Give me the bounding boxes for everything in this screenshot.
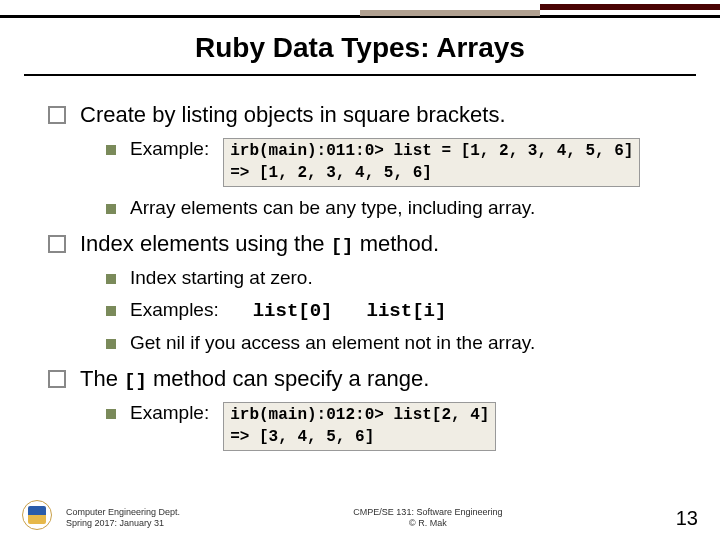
code-inline: list[i] <box>367 300 447 322</box>
square-bullet-icon <box>48 235 66 253</box>
sub-label: Example: <box>130 402 209 423</box>
bullet-prefix: Index elements using the <box>80 231 331 256</box>
sub-text: Get nil if you access an element not in … <box>130 332 535 354</box>
small-square-icon <box>106 145 116 155</box>
small-square-icon <box>106 409 116 419</box>
small-square-icon <box>106 339 116 349</box>
square-bullet-icon <box>48 370 66 388</box>
sub-examples: Examples:list[0]list[i] <box>106 299 690 322</box>
sub-any-type: Array elements can be any type, includin… <box>106 197 690 219</box>
sub-text: Array elements can be any type, includin… <box>130 197 535 219</box>
sub-example: Example:irb(main):011:0> list = [1, 2, 3… <box>106 138 690 187</box>
footer-copyright: © R. Mak <box>180 518 676 530</box>
footer-dept: Computer Engineering Dept. <box>66 507 180 519</box>
sub-label: Example: <box>130 138 209 159</box>
bullet-index: Index elements using the [] method. <box>48 231 690 257</box>
footer-left: Computer Engineering Dept. Spring 2017: … <box>66 507 180 530</box>
decorative-topbar <box>0 0 720 18</box>
bullet-suffix: method. <box>354 231 440 256</box>
slide-footer: Computer Engineering Dept. Spring 2017: … <box>0 500 720 530</box>
bullet-suffix: method can specify a range. <box>147 366 430 391</box>
square-bullet-icon <box>48 106 66 124</box>
code-inline: [] <box>331 235 354 257</box>
university-logo-icon <box>22 500 52 530</box>
sub-label: Examples: <box>130 299 219 320</box>
bullet-prefix: The <box>80 366 124 391</box>
code-box: irb(main):012:0> list[2, 4] => [3, 4, 5,… <box>223 402 496 451</box>
sub-text: Index starting at zero. <box>130 267 313 289</box>
sub-zero: Index starting at zero. <box>106 267 690 289</box>
bullet-text: Create by listing objects in square brac… <box>80 102 506 128</box>
code-box: irb(main):011:0> list = [1, 2, 3, 4, 5, … <box>223 138 640 187</box>
small-square-icon <box>106 274 116 284</box>
code-inline: [] <box>124 370 147 392</box>
sub-nil: Get nil if you access an element not in … <box>106 332 690 354</box>
footer-course: CMPE/SE 131: Software Engineering <box>180 507 676 519</box>
small-square-icon <box>106 204 116 214</box>
small-square-icon <box>106 306 116 316</box>
footer-center: CMPE/SE 131: Software Engineering © R. M… <box>180 507 676 530</box>
slide-content: Create by listing objects in square brac… <box>0 76 720 451</box>
page-number: 13 <box>676 507 698 530</box>
sub-example-range: Example:irb(main):012:0> list[2, 4] => [… <box>106 402 690 451</box>
bullet-range: The [] method can specify a range. <box>48 366 690 392</box>
footer-term: Spring 2017: January 31 <box>66 518 180 530</box>
bullet-create: Create by listing objects in square brac… <box>48 102 690 128</box>
code-inline: list[0] <box>253 300 333 322</box>
page-title: Ruby Data Types: Arrays <box>0 18 720 74</box>
